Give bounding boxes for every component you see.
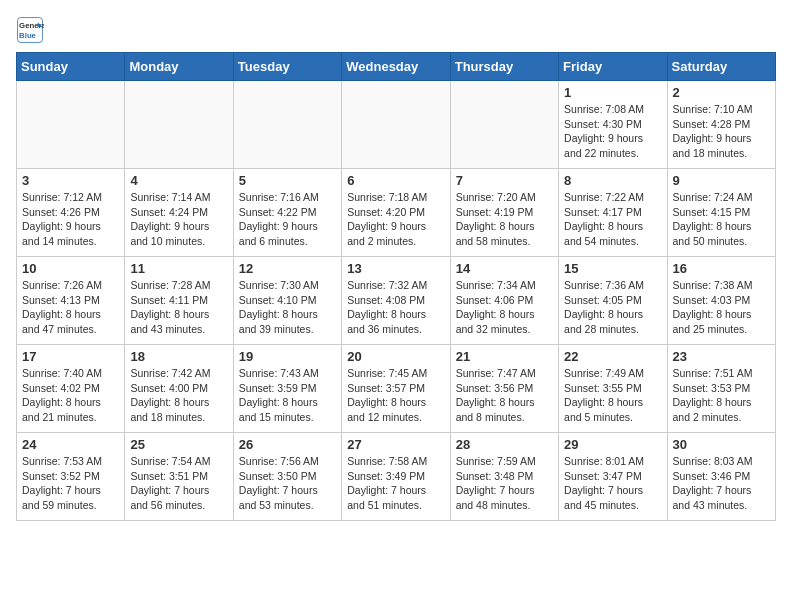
day-info: Sunrise: 7:12 AM Sunset: 4:26 PM Dayligh… xyxy=(22,190,119,249)
col-header-thursday: Thursday xyxy=(450,53,558,81)
day-info: Sunrise: 7:47 AM Sunset: 3:56 PM Dayligh… xyxy=(456,366,553,425)
day-number: 25 xyxy=(130,437,227,452)
day-number: 1 xyxy=(564,85,661,100)
week-row-3: 17Sunrise: 7:40 AM Sunset: 4:02 PM Dayli… xyxy=(17,345,776,433)
day-info: Sunrise: 7:38 AM Sunset: 4:03 PM Dayligh… xyxy=(673,278,770,337)
day-cell: 23Sunrise: 7:51 AM Sunset: 3:53 PM Dayli… xyxy=(667,345,775,433)
col-header-friday: Friday xyxy=(559,53,667,81)
day-info: Sunrise: 7:53 AM Sunset: 3:52 PM Dayligh… xyxy=(22,454,119,513)
day-number: 29 xyxy=(564,437,661,452)
day-cell: 25Sunrise: 7:54 AM Sunset: 3:51 PM Dayli… xyxy=(125,433,233,521)
day-number: 12 xyxy=(239,261,336,276)
day-info: Sunrise: 7:26 AM Sunset: 4:13 PM Dayligh… xyxy=(22,278,119,337)
day-info: Sunrise: 7:18 AM Sunset: 4:20 PM Dayligh… xyxy=(347,190,444,249)
day-cell: 12Sunrise: 7:30 AM Sunset: 4:10 PM Dayli… xyxy=(233,257,341,345)
day-cell: 21Sunrise: 7:47 AM Sunset: 3:56 PM Dayli… xyxy=(450,345,558,433)
day-cell xyxy=(450,81,558,169)
svg-text:Blue: Blue xyxy=(19,31,37,40)
day-info: Sunrise: 7:10 AM Sunset: 4:28 PM Dayligh… xyxy=(673,102,770,161)
day-info: Sunrise: 7:28 AM Sunset: 4:11 PM Dayligh… xyxy=(130,278,227,337)
day-cell xyxy=(125,81,233,169)
day-number: 28 xyxy=(456,437,553,452)
day-info: Sunrise: 7:58 AM Sunset: 3:49 PM Dayligh… xyxy=(347,454,444,513)
day-cell: 17Sunrise: 7:40 AM Sunset: 4:02 PM Dayli… xyxy=(17,345,125,433)
day-info: Sunrise: 7:51 AM Sunset: 3:53 PM Dayligh… xyxy=(673,366,770,425)
day-info: Sunrise: 7:56 AM Sunset: 3:50 PM Dayligh… xyxy=(239,454,336,513)
day-cell: 30Sunrise: 8:03 AM Sunset: 3:46 PM Dayli… xyxy=(667,433,775,521)
day-info: Sunrise: 7:43 AM Sunset: 3:59 PM Dayligh… xyxy=(239,366,336,425)
day-cell xyxy=(342,81,450,169)
day-number: 23 xyxy=(673,349,770,364)
day-cell: 1Sunrise: 7:08 AM Sunset: 4:30 PM Daylig… xyxy=(559,81,667,169)
day-number: 2 xyxy=(673,85,770,100)
week-row-4: 24Sunrise: 7:53 AM Sunset: 3:52 PM Dayli… xyxy=(17,433,776,521)
week-row-1: 3Sunrise: 7:12 AM Sunset: 4:26 PM Daylig… xyxy=(17,169,776,257)
day-cell: 29Sunrise: 8:01 AM Sunset: 3:47 PM Dayli… xyxy=(559,433,667,521)
day-cell: 15Sunrise: 7:36 AM Sunset: 4:05 PM Dayli… xyxy=(559,257,667,345)
day-number: 8 xyxy=(564,173,661,188)
header: General Blue xyxy=(16,16,776,44)
day-cell: 6Sunrise: 7:18 AM Sunset: 4:20 PM Daylig… xyxy=(342,169,450,257)
day-info: Sunrise: 8:01 AM Sunset: 3:47 PM Dayligh… xyxy=(564,454,661,513)
day-cell: 10Sunrise: 7:26 AM Sunset: 4:13 PM Dayli… xyxy=(17,257,125,345)
day-info: Sunrise: 7:49 AM Sunset: 3:55 PM Dayligh… xyxy=(564,366,661,425)
day-info: Sunrise: 7:36 AM Sunset: 4:05 PM Dayligh… xyxy=(564,278,661,337)
day-number: 18 xyxy=(130,349,227,364)
day-number: 27 xyxy=(347,437,444,452)
col-header-tuesday: Tuesday xyxy=(233,53,341,81)
day-info: Sunrise: 7:16 AM Sunset: 4:22 PM Dayligh… xyxy=(239,190,336,249)
calendar-table: SundayMondayTuesdayWednesdayThursdayFrid… xyxy=(16,52,776,521)
day-number: 13 xyxy=(347,261,444,276)
day-cell: 2Sunrise: 7:10 AM Sunset: 4:28 PM Daylig… xyxy=(667,81,775,169)
day-cell: 4Sunrise: 7:14 AM Sunset: 4:24 PM Daylig… xyxy=(125,169,233,257)
day-cell: 13Sunrise: 7:32 AM Sunset: 4:08 PM Dayli… xyxy=(342,257,450,345)
day-number: 21 xyxy=(456,349,553,364)
day-cell: 11Sunrise: 7:28 AM Sunset: 4:11 PM Dayli… xyxy=(125,257,233,345)
day-cell: 9Sunrise: 7:24 AM Sunset: 4:15 PM Daylig… xyxy=(667,169,775,257)
day-cell: 7Sunrise: 7:20 AM Sunset: 4:19 PM Daylig… xyxy=(450,169,558,257)
day-info: Sunrise: 7:14 AM Sunset: 4:24 PM Dayligh… xyxy=(130,190,227,249)
day-cell: 19Sunrise: 7:43 AM Sunset: 3:59 PM Dayli… xyxy=(233,345,341,433)
day-cell xyxy=(17,81,125,169)
day-number: 15 xyxy=(564,261,661,276)
day-info: Sunrise: 7:54 AM Sunset: 3:51 PM Dayligh… xyxy=(130,454,227,513)
day-info: Sunrise: 7:45 AM Sunset: 3:57 PM Dayligh… xyxy=(347,366,444,425)
day-number: 30 xyxy=(673,437,770,452)
day-cell: 24Sunrise: 7:53 AM Sunset: 3:52 PM Dayli… xyxy=(17,433,125,521)
day-number: 5 xyxy=(239,173,336,188)
week-row-0: 1Sunrise: 7:08 AM Sunset: 4:30 PM Daylig… xyxy=(17,81,776,169)
day-info: Sunrise: 7:59 AM Sunset: 3:48 PM Dayligh… xyxy=(456,454,553,513)
day-info: Sunrise: 7:30 AM Sunset: 4:10 PM Dayligh… xyxy=(239,278,336,337)
day-cell: 20Sunrise: 7:45 AM Sunset: 3:57 PM Dayli… xyxy=(342,345,450,433)
col-header-monday: Monday xyxy=(125,53,233,81)
day-info: Sunrise: 7:34 AM Sunset: 4:06 PM Dayligh… xyxy=(456,278,553,337)
day-number: 26 xyxy=(239,437,336,452)
day-number: 11 xyxy=(130,261,227,276)
day-number: 14 xyxy=(456,261,553,276)
day-info: Sunrise: 7:40 AM Sunset: 4:02 PM Dayligh… xyxy=(22,366,119,425)
day-cell: 28Sunrise: 7:59 AM Sunset: 3:48 PM Dayli… xyxy=(450,433,558,521)
day-info: Sunrise: 7:08 AM Sunset: 4:30 PM Dayligh… xyxy=(564,102,661,161)
day-number: 3 xyxy=(22,173,119,188)
day-cell: 5Sunrise: 7:16 AM Sunset: 4:22 PM Daylig… xyxy=(233,169,341,257)
week-row-2: 10Sunrise: 7:26 AM Sunset: 4:13 PM Dayli… xyxy=(17,257,776,345)
day-info: Sunrise: 7:20 AM Sunset: 4:19 PM Dayligh… xyxy=(456,190,553,249)
day-number: 4 xyxy=(130,173,227,188)
day-cell: 18Sunrise: 7:42 AM Sunset: 4:00 PM Dayli… xyxy=(125,345,233,433)
logo-icon: General Blue xyxy=(16,16,44,44)
day-info: Sunrise: 7:42 AM Sunset: 4:00 PM Dayligh… xyxy=(130,366,227,425)
day-info: Sunrise: 7:24 AM Sunset: 4:15 PM Dayligh… xyxy=(673,190,770,249)
col-header-saturday: Saturday xyxy=(667,53,775,81)
day-info: Sunrise: 7:22 AM Sunset: 4:17 PM Dayligh… xyxy=(564,190,661,249)
day-number: 22 xyxy=(564,349,661,364)
day-info: Sunrise: 7:32 AM Sunset: 4:08 PM Dayligh… xyxy=(347,278,444,337)
day-info: Sunrise: 8:03 AM Sunset: 3:46 PM Dayligh… xyxy=(673,454,770,513)
day-number: 19 xyxy=(239,349,336,364)
day-number: 10 xyxy=(22,261,119,276)
header-row: SundayMondayTuesdayWednesdayThursdayFrid… xyxy=(17,53,776,81)
col-header-wednesday: Wednesday xyxy=(342,53,450,81)
day-number: 20 xyxy=(347,349,444,364)
logo: General Blue xyxy=(16,16,48,44)
day-cell: 26Sunrise: 7:56 AM Sunset: 3:50 PM Dayli… xyxy=(233,433,341,521)
day-number: 24 xyxy=(22,437,119,452)
